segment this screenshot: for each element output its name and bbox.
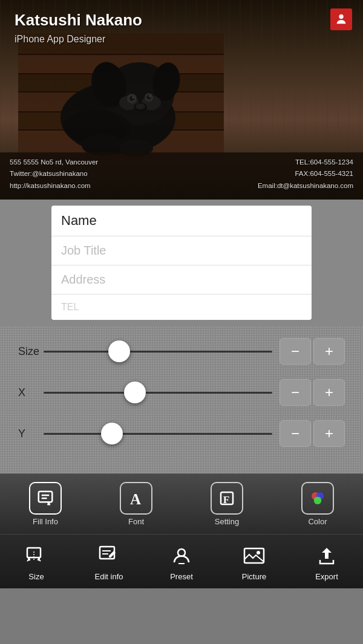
y-slider-label: Y [18, 428, 44, 440]
card-right-info: TEL:604-555-1234 FAX:604-555-4321 Email:… [258, 157, 353, 191]
edit-info-tool-icon [97, 544, 120, 567]
size-slider-row: Size − + [18, 338, 345, 365]
person-icon [330, 8, 352, 30]
fill-info-icon [36, 489, 54, 507]
y-plus-button[interactable]: + [313, 420, 345, 447]
toolbar-setting[interactable]: F Setting [203, 482, 251, 526]
y-slider-thumb[interactable] [101, 423, 123, 444]
toolbar-2: Size Edit info Preset [0, 534, 363, 588]
x-slider-buttons: − + [280, 379, 345, 406]
size-slider-thumb[interactable] [108, 340, 130, 362]
y-minus-button[interactable]: − [280, 420, 311, 447]
size-icon [21, 542, 51, 569]
name-field-value: Name [61, 213, 97, 228]
font-icon: A [127, 489, 145, 507]
setting-label: Setting [215, 517, 239, 526]
card-twitter: Twitter:@katsushinakano [10, 169, 98, 179]
font-label: Font [128, 517, 144, 526]
job-title-field-row[interactable]: Job Title [51, 236, 312, 265]
setting-icon: F [218, 489, 236, 507]
setting-icon-box: F [211, 482, 243, 515]
svg-point-47 [257, 551, 260, 555]
font-icon-box: A [120, 482, 152, 515]
dog-image [18, 33, 224, 160]
toolbar-color[interactable]: Color [293, 482, 342, 526]
business-card-preview: Katsushi Nakano iPhone App Designer 555 … [0, 0, 363, 200]
size-track-bg [44, 351, 272, 353]
svg-text:A: A [130, 491, 141, 507]
fill-info-icon-box [29, 482, 62, 515]
tel-field-row[interactable]: TEL [51, 294, 312, 320]
export-tool-icon [315, 544, 338, 567]
svg-point-38 [314, 497, 322, 505]
preset-tab-label: Preset [170, 572, 193, 581]
card-contact-info: 555 5555 No5 rd, Vancouver Twitter:@kats… [0, 152, 363, 200]
tel-field-placeholder: TEL [61, 302, 79, 312]
card-tel: TEL:604-555-1234 [258, 157, 353, 168]
toolbar2-export[interactable]: Export [299, 542, 354, 581]
size-slider-buttons: − + [280, 338, 345, 365]
size-tab-label: Size [28, 572, 44, 581]
svg-point-22 [132, 97, 134, 99]
text-fields-box: Name Job Title Address TEL [51, 206, 312, 320]
toolbar2-size[interactable]: Size [9, 542, 64, 581]
svg-point-44 [178, 549, 185, 556]
picture-tab-label: Picture [242, 572, 266, 581]
toolbar-font[interactable]: A Font [112, 482, 160, 526]
x-minus-button[interactable]: − [280, 379, 311, 406]
card-address: 555 5555 No5 rd, Vancouver [10, 157, 98, 168]
toolbar2-picture[interactable]: Picture [227, 542, 281, 581]
size-slider-track[interactable] [44, 339, 272, 363]
card-left-info: 555 5555 No5 rd, Vancouver Twitter:@kats… [10, 157, 98, 191]
y-slider-buttons: − + [280, 420, 345, 447]
svg-rect-30 [39, 492, 53, 503]
y-track-bg [44, 433, 272, 435]
x-slider-row: X − + [18, 379, 345, 406]
toolbar2-preset[interactable]: Preset [154, 542, 209, 581]
edit-info-tab-label: Edit info [95, 572, 123, 581]
card-name: Katsushi Nakano [15, 11, 142, 30]
color-icon [309, 489, 327, 507]
x-slider-thumb[interactable] [124, 382, 146, 403]
export-tab-label: Export [315, 572, 338, 581]
size-minus-button[interactable]: − [280, 338, 311, 365]
svg-point-25 [136, 103, 145, 109]
card-website: http://katsushinakano.com [10, 181, 98, 191]
job-title-field-placeholder: Job Title [61, 244, 106, 257]
x-slider-track[interactable] [44, 380, 272, 405]
text-fields-panel: Name Job Title Address TEL [0, 200, 363, 326]
address-field-placeholder: Address [61, 273, 105, 286]
fill-info-label: Fill Info [33, 517, 58, 526]
picture-icon [239, 542, 269, 569]
name-field-row[interactable]: Name [51, 206, 312, 236]
export-icon [312, 542, 342, 569]
card-fax: FAX:604-555-4321 [258, 169, 353, 179]
edit-info-icon [94, 542, 124, 569]
color-label: Color [308, 517, 327, 526]
address-field-row[interactable]: Address [51, 265, 312, 294]
color-icon-box [301, 482, 334, 515]
x-track-bg [44, 392, 272, 394]
svg-text:F: F [223, 493, 230, 506]
x-plus-button[interactable]: + [313, 379, 345, 406]
preset-icon [166, 542, 197, 569]
card-email: Email:dt@katsushinakano.com [258, 181, 353, 191]
x-slider-label: X [18, 386, 44, 399]
toolbar-fill-info[interactable]: Fill Info [21, 482, 70, 526]
size-plus-button[interactable]: + [313, 338, 345, 365]
preset-tool-icon [170, 544, 193, 567]
svg-point-23 [149, 96, 151, 97]
size-tool-icon [25, 544, 48, 567]
size-slider-label: Size [18, 345, 44, 358]
toolbar-1: Fill Info A Font F Setting Color [0, 473, 363, 534]
card-job-title: iPhone App Designer [15, 34, 105, 45]
y-slider-track[interactable] [44, 421, 272, 446]
y-slider-row: Y − + [18, 420, 345, 447]
toolbar2-edit-info[interactable]: Edit info [82, 542, 136, 581]
picture-tool-icon [243, 544, 266, 567]
svg-point-29 [339, 15, 343, 19]
controls-area: Size − + X − + Y − [0, 326, 363, 473]
